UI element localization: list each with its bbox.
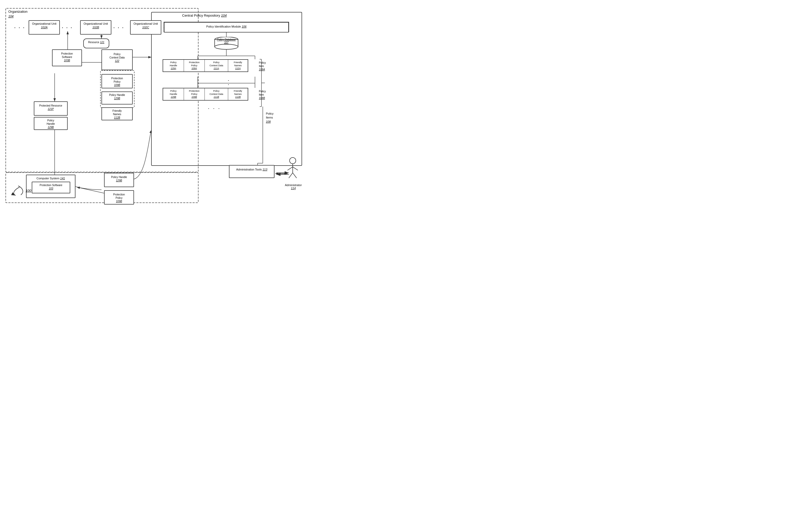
svg-line-44 — [289, 173, 293, 178]
protection-software-top-box: ProtectionSoftware 103B — [52, 50, 82, 66]
resource-121-label: Resource 121 — [84, 39, 109, 45]
org-title: Organization 104 — [8, 9, 28, 18]
policy-item-row-a: PolicyHandle129A ProtectionPolicy109A Po… — [163, 59, 248, 72]
protection-policy-bottom-box: ProtectionPolicy 109B — [104, 190, 134, 205]
policy-items-label: PolicyItems108 — [266, 112, 273, 124]
org-unit-b-box: Organizational Unit 102B — [80, 20, 111, 35]
policy-item-108b-label: PolicyItem108B — [259, 90, 266, 100]
protection-policy-bottom-label: ProtectionPolicy 109B — [105, 191, 133, 204]
svg-line-45 — [293, 173, 296, 178]
row-b-context: PolicyContext Data111B — [205, 88, 228, 100]
svg-line-42 — [288, 167, 293, 170]
protected-resource-box: Protected Resource 121P — [34, 101, 68, 116]
central-repo-ref: 104 — [221, 14, 227, 17]
admin-tools-label: Administration Tools 113 — [230, 166, 274, 172]
dots-bc: · · · — [113, 25, 124, 30]
org-label: Organization — [8, 10, 28, 14]
friendly-names-top-box: FriendlyNames 112B — [102, 107, 133, 120]
row-b-handle: PolicyHandle129B — [163, 88, 184, 100]
row-b-names: FriendlyNames112B — [228, 88, 248, 100]
dots-below-b: · · · — [208, 107, 221, 111]
org-unit-c-label: Organizational Unit 102C — [131, 21, 161, 31]
protection-software-bottom-box: Protection Software 103 — [32, 182, 70, 193]
row-a-context: PolicyContext Data111A — [205, 60, 228, 72]
policy-item-row-b: PolicyHandle129B ProtectionPolicy109B Po… — [163, 88, 248, 100]
org-unit-b-label: Organizational Unit 102B — [81, 21, 111, 31]
policy-handle-bottom-box: Policy Handle 129B — [104, 173, 134, 187]
org-unit-a-box: Organizational Unit 102A — [29, 20, 60, 35]
svg-point-39 — [215, 44, 238, 50]
policy-handle-bottom-label: Policy Handle 129B — [105, 173, 133, 183]
policy-handle-left-label: PolicyHandle 129B — [34, 117, 67, 130]
dots-left-a: · · · — [14, 25, 25, 30]
protected-resource-label: Protected Resource 121P — [34, 102, 67, 112]
row-b-policy: ProtectionPolicy109B — [184, 88, 205, 100]
row-a-names: FriendlyNames112A — [228, 60, 248, 72]
central-repo-title: Central Policy Repository 104 — [182, 14, 226, 17]
row-a-policy: ProtectionPolicy109A — [184, 60, 205, 72]
svg-line-43 — [293, 167, 298, 170]
diagram-container: Organization 104 · · · Organizational Un… — [0, 0, 312, 208]
policy-db-label: Policy Database107 — [213, 38, 239, 44]
policy-database-cylinder: Policy Database107 — [213, 37, 239, 50]
computer-system-box: Computer System 141 Protection Software … — [26, 175, 75, 198]
policy-context-data-label: PolicyContext Data 122 — [102, 50, 132, 64]
resource-121-box: Resource 121 — [83, 38, 109, 48]
dots-ab: · · · — [62, 25, 73, 30]
administrator-label: Administrator114 — [285, 184, 302, 190]
policy-item-108a-label: PolicyItem108A — [259, 61, 266, 71]
policy-handle-left-box: PolicyHandle 129B — [34, 117, 68, 130]
row-a-handle: PolicyHandle129A — [163, 60, 184, 72]
computer-system-label: Computer System 141 — [26, 175, 75, 180]
org-unit-c-box: Organizational Unit 102C — [130, 20, 161, 35]
protection-software-bottom-label: Protection Software 103 — [32, 182, 70, 191]
protection-software-top-label: ProtectionSoftware 103B — [53, 50, 81, 63]
org-unit-a-label: Organizational Unit 102A — [29, 21, 59, 31]
svg-point-40 — [290, 157, 296, 164]
administrator-figure: Administrator114 — [285, 156, 302, 190]
policy-data-group-box — [100, 70, 134, 108]
org-ref: 104 — [8, 15, 14, 18]
diagram-ref: 100 — [9, 185, 31, 197]
admin-tools-box: Administration Tools 113 — [229, 165, 274, 178]
policy-id-module-box: Policy Identification Module 106 — [164, 22, 289, 33]
friendly-names-top-label: FriendlyNames 112B — [102, 108, 132, 120]
policy-context-data-box: PolicyContext Data 122 — [102, 50, 133, 70]
policy-id-module-label: Policy Identification Module 106 — [164, 23, 288, 30]
